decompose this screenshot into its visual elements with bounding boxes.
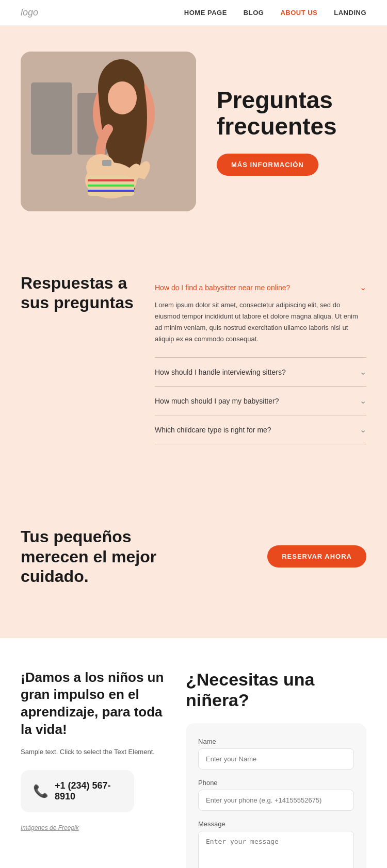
faq-chevron-4: ⌄ [360, 425, 366, 435]
message-textarea[interactable] [198, 831, 354, 868]
hero-image [21, 52, 196, 211]
cta-button[interactable]: RESERVAR AHORA [267, 545, 366, 567]
hero-title: Preguntas frecuentes [217, 87, 366, 139]
faq-chevron-3: ⌄ [360, 396, 366, 406]
nav-link-homepage[interactable]: HOME PAGE [184, 9, 227, 16]
faq-question-3: How much should I pay my babysitter? [155, 397, 279, 405]
faq-item-4: Which childcare type is right for me? ⌄ [155, 415, 366, 444]
svg-point-5 [108, 81, 137, 114]
phone-icon: 📞 [33, 784, 49, 798]
faq-question-4: Which childcare type is right for me? [155, 426, 271, 434]
faq-section: Respuestas a sus preguntas How do I find… [0, 242, 387, 486]
faq-question-2: How should I handle interviewing sitters… [155, 368, 286, 376]
hero-cta-button[interactable]: MÁS INFORMACIÓN [217, 154, 318, 176]
form-group-name: Name [198, 738, 354, 770]
phone-box: 📞 +1 (234) 567-8910 [21, 770, 134, 812]
faq-item-3-header[interactable]: How much should I pay my babysitter? ⌄ [155, 396, 366, 406]
cta-title: Tus pequeños merecen el mejor cuidado. [21, 527, 201, 586]
svg-rect-12 [102, 160, 111, 166]
hero-illustration [21, 52, 196, 211]
contact-left: ¡Damos a los niños un gran impulso en el… [21, 669, 165, 832]
phone-input[interactable] [198, 790, 354, 811]
contact-left-title: ¡Damos a los niños un gran impulso en el… [21, 669, 165, 739]
form-title: ¿Necesitas una niñera? [186, 669, 366, 711]
nav-link-landing[interactable]: LANDING [334, 9, 366, 16]
faq-item-2-header[interactable]: How should I handle interviewing sitters… [155, 367, 366, 377]
nav-link-aboutus[interactable]: ABOUT US [280, 9, 317, 16]
faq-question-1: How do I find a babysitter near me onlin… [155, 283, 290, 292]
faq-item-1-header[interactable]: How do I find a babysitter near me onlin… [155, 282, 366, 292]
phone-label: Phone [198, 779, 354, 787]
contact-right: ¿Necesitas una niñera? Name Phone Messag… [186, 669, 366, 868]
faq-item-1: How do I find a babysitter near me onlin… [155, 273, 366, 358]
phone-number: +1 (234) 567-8910 [55, 780, 122, 802]
cta-section: Tus pequeños merecen el mejor cuidado. R… [0, 486, 387, 638]
message-label: Message [198, 820, 354, 828]
svg-rect-1 [31, 82, 72, 155]
faq-section-title: Respuestas a sus preguntas [21, 273, 134, 313]
form-group-message: Message [198, 820, 354, 868]
form-group-phone: Phone [198, 779, 354, 811]
faq-answer-1: Lorem ipsum dolor sit amet, consectetur … [155, 299, 366, 348]
name-label: Name [198, 738, 354, 745]
faq-item-4-header[interactable]: Which childcare type is right for me? ⌄ [155, 425, 366, 435]
faq-item-3: How much should I pay my babysitter? ⌄ [155, 387, 366, 415]
faq-chevron-2: ⌄ [360, 367, 366, 377]
contact-form: Name Phone Message SOLICITUD DE LLAMADA [186, 723, 366, 868]
navbar: logo HOME PAGE BLOG ABOUT US LANDING [0, 0, 387, 26]
faq-right: How do I find a babysitter near me onlin… [155, 273, 366, 444]
faq-item-2: How should I handle interviewing sitters… [155, 358, 366, 387]
name-input[interactable] [198, 748, 354, 770]
hero-section: Preguntas frecuentes MÁS INFORMACIÓN [0, 26, 387, 242]
nav-link-blog[interactable]: BLOG [244, 9, 264, 16]
faq-left: Respuestas a sus preguntas [21, 273, 134, 444]
hero-content: Preguntas frecuentes MÁS INFORMACIÓN [217, 87, 366, 176]
contact-left-desc: Sample text. Click to select the Text El… [21, 747, 165, 758]
faq-chevron-1: ⌄ [360, 282, 366, 292]
freepik-note: Imágenes de Freepik [21, 824, 79, 831]
logo: logo [21, 7, 38, 18]
nav-links: HOME PAGE BLOG ABOUT US LANDING [184, 9, 366, 16]
contact-section: ¡Damos a los niños un gran impulso en el… [0, 638, 387, 868]
